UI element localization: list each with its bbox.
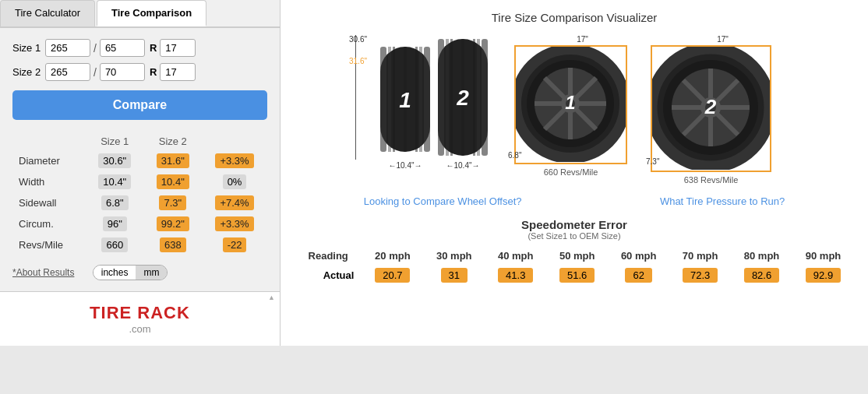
wheel-offset-link[interactable]: Looking to Compare Wheel Offset? [364,195,522,207]
result-s1: 96" [86,213,144,234]
tire1-profile-svg: 1 [377,39,433,160]
speedo-actual-value: 51.6 [546,265,608,286]
speedo-actual-value: 82.6 [731,265,792,286]
about-results-link[interactable]: *About Results [12,267,74,278]
table-row: Circum. 96" 99.2" +3.3% [12,213,267,234]
ad-label: ▲ [268,294,275,301]
result-s2: 31.6" [144,150,203,171]
svg-rect-10 [438,39,444,156]
result-s1: 6.8" [86,192,144,213]
speedo-actual-value: 72.3 [669,265,731,286]
result-diff: -22 [202,234,267,255]
visualizer-title: Tire Size Comparison Visualizer [295,11,854,24]
size1-rim-input[interactable] [160,39,196,57]
svg-rect-1 [380,47,386,152]
size2-separator: / [94,66,97,79]
size1-r-label: R [150,42,157,54]
svg-rect-11 [482,39,488,156]
size1-ratio-input[interactable] [100,39,145,57]
speedo-col-header: 30 mph [423,247,485,265]
size1-separator: / [94,42,97,55]
left-content: Size 1 / R Size 2 / R Compare Size 1 Siz… [0,28,280,291]
table-row: Revs/Mile 660 638 -22 [12,234,267,255]
speedo-reading-header: Reading [295,247,362,265]
speedo-table: Reading 20 mph30 mph40 mph50 mph60 mph70… [295,247,854,286]
tire-rack-name: TIRE RACK [90,303,190,323]
svg-rect-2 [424,47,430,152]
table-row: Sidewall 6.8" 7.3" +7.4% [12,192,267,213]
tire-rack-dot: .com [129,323,150,335]
speedo-actual-value: 62 [608,265,669,286]
tire-rack-logo: TIRE RACK .com [90,303,190,335]
result-s2: 99.2" [144,213,203,234]
left-panel: Tire Calculator Tire Comparison Size 1 /… [0,0,281,346]
svg-rect-14 [450,39,453,156]
about-results-row: *About Results inches mm [12,265,267,280]
compare-button[interactable]: Compare [12,90,267,120]
col-size2: Size 2 [144,132,203,150]
speedo-col-header: 60 mph [608,247,669,265]
result-label: Revs/Mile [12,234,86,255]
inches-btn[interactable]: inches [94,266,136,280]
svg-rect-4 [419,47,422,152]
mm-btn[interactable]: mm [136,266,167,280]
speedo-col-header: 80 mph [731,247,792,265]
svg-rect-6 [415,47,418,152]
col-size1: Size 1 [86,132,144,150]
speedo-actual-value: 20.7 [362,265,423,286]
result-label: Circum. [12,213,86,234]
speedo-col-header: 50 mph [546,247,608,265]
size2-row: Size 2 / R [12,63,267,81]
tire3-revs: 660 Revs/Mile [544,167,598,177]
svg-rect-3 [388,47,391,152]
tire-pressure-link[interactable]: What Tire Pressure to Run? [660,195,785,207]
svg-text:2: 2 [456,86,469,110]
speedo-actual-value: 31 [423,265,485,286]
result-label: Sidewall [12,192,86,213]
svg-rect-13 [477,39,480,156]
tire2-profile-svg: 2 [435,35,491,160]
result-diff: +3.3% [202,213,267,234]
result-s2: 638 [144,234,203,255]
size2-width-input[interactable] [45,63,90,81]
result-diff: +3.3% [202,150,267,171]
unit-toggle: inches mm [93,265,168,280]
tab-tire-comparison[interactable]: Tire Comparison [97,0,206,26]
result-label: Width [12,171,86,192]
svg-text:1: 1 [399,88,411,112]
speedo-col-header: 90 mph [792,247,854,265]
tire4-revs: 638 Revs/Mile [684,175,739,185]
size2-label: Size 2 [12,66,45,78]
speedo-actual-label: Actual [295,265,362,286]
size2-r-label: R [150,66,157,78]
svg-text:1: 1 [565,92,575,113]
size2-ratio-input[interactable] [100,63,145,81]
svg-rect-15 [473,39,475,156]
ad-banner: ▲ TIRE RACK .com [0,291,280,346]
size1-row: Size 1 / R [12,39,267,57]
result-s1: 660 [86,234,144,255]
svg-rect-5 [393,47,395,152]
speedo-title: Speedometer Error [295,218,854,231]
svg-rect-12 [446,39,449,156]
result-s2: 7.3" [144,192,203,213]
speedo-col-header: 40 mph [485,247,546,265]
results-table: Size 1 Size 2 Diameter 30.6" 31.6" +3.3%… [12,132,267,255]
result-diff: 0% [202,171,267,192]
table-row: Diameter 30.6" 31.6" +3.3% [12,150,267,171]
speedo-actual-value: 41.3 [485,265,546,286]
speedo-col-header: 20 mph [362,247,423,265]
result-s1: 10.4" [86,171,144,192]
size1-width-input[interactable] [45,39,90,57]
tab-bar: Tire Calculator Tire Comparison [0,0,280,28]
result-s2: 10.4" [144,171,203,192]
result-s1: 30.6" [86,150,144,171]
speedometer-section: Speedometer Error (Set Size1 to OEM Size… [295,218,854,286]
size1-label: Size 1 [12,42,45,54]
svg-text:2: 2 [704,95,717,118]
right-panel: Tire Size Comparison Visualizer 30.6" 31… [281,0,868,346]
size2-rim-input[interactable] [160,63,196,81]
tire1-front-svg: 1 [514,45,627,162]
tab-tire-calculator[interactable]: Tire Calculator [0,0,95,26]
speedo-subtitle: (Set Size1 to OEM Size) [295,231,854,241]
